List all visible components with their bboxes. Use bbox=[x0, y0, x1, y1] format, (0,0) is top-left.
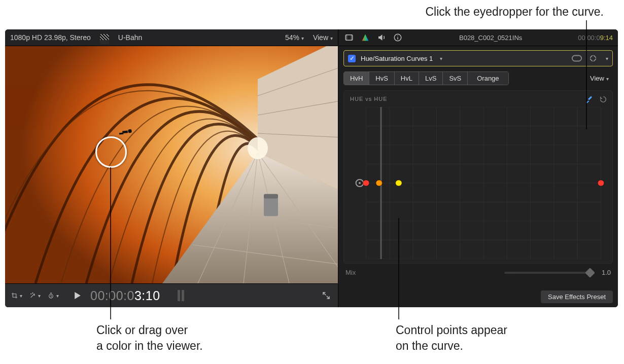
effect-name-label: Hue/Saturation Curves 1 bbox=[361, 55, 433, 62]
tab-lvs[interactable]: LvS bbox=[419, 72, 443, 85]
svg-rect-25 bbox=[572, 56, 581, 61]
annotation-bottom-left: Click or drag over a color in the viewer… bbox=[96, 322, 238, 354]
viewer-top-bar: 1080p HD 23.98p, Stereo U-Bahn 54%▾ View… bbox=[5, 29, 338, 46]
curve-control-point[interactable] bbox=[363, 180, 369, 186]
annotation-top: Click the eyedropper for the curve. bbox=[425, 4, 604, 20]
tab-orange[interactable]: Orange bbox=[468, 72, 508, 85]
curve-title-label: HUE vs HUE bbox=[350, 96, 606, 102]
audio-meters bbox=[178, 290, 184, 301]
hue-curve-graph[interactable] bbox=[350, 107, 606, 259]
svg-point-12 bbox=[248, 137, 268, 160]
viewer-canvas[interactable] bbox=[5, 46, 338, 283]
svg-point-16 bbox=[32, 293, 33, 294]
svg-point-49 bbox=[359, 182, 361, 184]
curve-tab-segmented: HvH HvS HvL LvS SvS Orange bbox=[343, 71, 509, 85]
fullscreen-button[interactable] bbox=[321, 290, 332, 301]
chevron-down-icon: ▾ bbox=[330, 35, 333, 41]
crop-tool-icon[interactable]: ▾ bbox=[11, 290, 22, 301]
viewer-pane: 1080p HD 23.98p, Stereo U-Bahn 54%▾ View… bbox=[5, 29, 338, 307]
view-popup[interactable]: View▾ bbox=[313, 33, 333, 42]
tab-svs[interactable]: SvS bbox=[443, 72, 468, 85]
viewer-toolbar: ▾ ▾ ▾ 00:00:03:10 bbox=[5, 283, 338, 307]
effect-enable-checkbox[interactable]: ✓ bbox=[348, 55, 356, 62]
curve-control-point[interactable] bbox=[396, 180, 402, 186]
chevron-down-icon: ▾ bbox=[606, 76, 609, 82]
svg-point-17 bbox=[34, 295, 34, 295]
inspector-clip-title: B028_C002_0521INs bbox=[408, 34, 573, 42]
audio-inspector-icon[interactable] bbox=[376, 32, 387, 43]
chevron-down-icon[interactable]: ▾ bbox=[606, 56, 608, 61]
svg-rect-11 bbox=[264, 194, 278, 199]
mix-value: 1.0 bbox=[602, 269, 611, 276]
svg-point-24 bbox=[397, 35, 398, 37]
app-window: 1080p HD 23.98p, Stereo U-Bahn 54%▾ View… bbox=[5, 29, 618, 307]
mix-slider-row: Mix 1.0 bbox=[338, 266, 618, 280]
retime-tool-icon[interactable]: ▾ bbox=[48, 290, 59, 301]
video-inspector-icon[interactable] bbox=[343, 32, 355, 43]
mask-shape-icon[interactable] bbox=[571, 53, 582, 64]
tab-hvh[interactable]: HvH bbox=[344, 72, 369, 85]
viewer-clip-title: U-Bahn bbox=[118, 33, 142, 42]
curve-control-point[interactable] bbox=[376, 180, 383, 186]
enhance-tool-icon[interactable]: ▾ bbox=[29, 290, 41, 301]
tab-hvs[interactable]: HvS bbox=[369, 72, 395, 85]
svg-rect-26 bbox=[590, 55, 596, 61]
curve-reset-button[interactable] bbox=[599, 95, 607, 105]
curve-view-popup[interactable]: View▾ bbox=[586, 72, 613, 85]
inspector-pane: B028_C002_0521INs 00:00:09:14 ✓ Hue/Satu… bbox=[338, 29, 618, 307]
curve-eyedropper-button[interactable] bbox=[585, 95, 594, 105]
curve-panel: HUE vs HUE bbox=[343, 90, 613, 264]
curve-tabs-row: HvH HvS HvL LvS SvS Orange View▾ bbox=[343, 71, 613, 85]
viewer-image bbox=[5, 46, 338, 283]
mix-slider[interactable] bbox=[504, 272, 591, 274]
annotation-bottom-right: Control points appear on the curve. bbox=[396, 322, 538, 354]
chevron-down-icon[interactable]: ▾ bbox=[440, 56, 442, 61]
tab-hvl[interactable]: HvL bbox=[395, 72, 419, 85]
viewer-format-label: 1080p HD 23.98p, Stereo bbox=[10, 33, 91, 42]
zoom-popup[interactable]: 54%▾ bbox=[285, 33, 304, 42]
inspector-top-bar: B028_C002_0521INs 00:00:09:14 bbox=[338, 29, 618, 46]
effect-row[interactable]: ✓ Hue/Saturation Curves 1 ▾ ▾ bbox=[343, 50, 613, 66]
info-inspector-icon[interactable] bbox=[392, 32, 403, 43]
inspector-timecode: 00:00:09:14 bbox=[578, 34, 613, 42]
curve-control-point[interactable] bbox=[598, 180, 604, 186]
color-inspector-icon[interactable] bbox=[360, 32, 371, 43]
play-button[interactable] bbox=[72, 290, 83, 301]
mix-label: Mix bbox=[345, 269, 356, 276]
clapperboard-icon bbox=[100, 34, 109, 41]
viewer-timecode[interactable]: 00:00:03:10 bbox=[90, 288, 160, 303]
keyframe-button[interactable] bbox=[587, 53, 599, 64]
svg-point-15 bbox=[31, 294, 31, 294]
save-effects-preset-button[interactable]: Save Effects Preset bbox=[541, 290, 613, 303]
chevron-down-icon: ▾ bbox=[301, 35, 304, 41]
